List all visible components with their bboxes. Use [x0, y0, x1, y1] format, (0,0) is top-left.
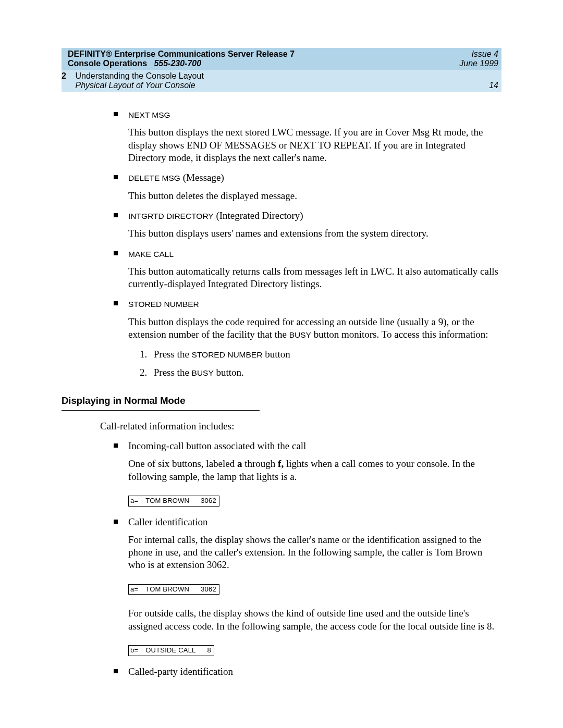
page-number: 14	[489, 81, 498, 90]
display-prefix: a=	[130, 585, 138, 593]
term-label: STORED NUMBER	[128, 300, 199, 309]
page-header: DEFINITY® Enterprise Communications Serv…	[62, 48, 501, 92]
list-item: Incoming-call button associated with the…	[114, 440, 501, 452]
bullet-term: MAKE CALL	[114, 248, 501, 260]
issue-date: June 1999	[434, 59, 498, 68]
inline-button-name: STORED NUMBER	[192, 350, 263, 359]
display-text: OUTSIDE CALL	[145, 646, 195, 654]
step-number: 2.	[140, 366, 151, 379]
term-body: This button deletes the displayed messag…	[114, 190, 501, 202]
list-item-body: One of six buttons, labeled a through f,…	[114, 458, 501, 483]
step-list: 1. Press the STORED NUMBER button2. Pres…	[140, 348, 501, 379]
list-item-body: For outside calls, the display shows the…	[114, 607, 501, 633]
display-prefix: a=	[130, 497, 138, 504]
term-body: This button displays users' names and ex…	[114, 227, 501, 240]
term-label: NEXT MSG	[128, 110, 170, 119]
list-item: Called-party identification	[114, 665, 501, 678]
display-suffix: 3062	[201, 497, 216, 504]
bullet-term: INTGRTD DIRECTORY (Integrated Directory)	[114, 209, 501, 222]
bullet-term: STORED NUMBER	[114, 298, 501, 310]
chapter-title: Understanding the Console Layout	[75, 71, 203, 80]
term-label: MAKE CALL	[128, 250, 174, 258]
definition-list: NEXT MSGThis button displays the next st…	[114, 108, 501, 379]
term-body: This button displays the next stored LWC…	[114, 126, 501, 164]
doc-number: 555-230-700	[154, 59, 201, 68]
term-extra: (Integrated Directory)	[214, 210, 303, 221]
bullet-term: DELETE MSG (Message)	[114, 171, 501, 184]
step-number: 1.	[140, 348, 151, 361]
doc-subtitle: Console Operations	[68, 59, 147, 68]
display-prefix: b=	[130, 646, 138, 654]
term-extra: (Message)	[180, 172, 224, 183]
bullet-term: NEXT MSG	[114, 108, 501, 121]
list-item: Caller identification	[114, 516, 501, 528]
term-body: This button displays the code required f…	[114, 316, 501, 341]
list-item-body: For internal calls, the display shows th…	[114, 534, 501, 572]
term-label: DELETE MSG	[128, 174, 180, 182]
section-heading: Displaying in Normal Mode	[62, 394, 260, 410]
console-display-sample: a=TOM BROWN3062	[128, 496, 219, 507]
step-item: 2. Press the BUSY button.	[140, 366, 501, 379]
body-content: NEXT MSGThis button displays the next st…	[62, 92, 501, 678]
chapter-number: 2	[62, 71, 73, 81]
console-display-sample: b=OUTSIDE CALL8	[128, 645, 214, 656]
doc-title: DEFINITY® Enterprise Communications Serv…	[68, 50, 427, 59]
inline-button-name: BUSY	[289, 330, 311, 339]
page: DEFINITY® Enterprise Communications Serv…	[0, 0, 563, 678]
section-rule	[62, 410, 260, 411]
step-item: 1. Press the STORED NUMBER button	[140, 348, 501, 361]
section-intro: Call-related information includes:	[100, 420, 501, 433]
section2-list: Incoming-call button associated with the…	[114, 440, 501, 678]
display-suffix: 3062	[201, 585, 216, 593]
inline-button-name: BUSY	[192, 368, 214, 377]
console-display-sample: a=TOM BROWN3062	[128, 584, 219, 595]
issue-label: Issue 4	[434, 50, 498, 59]
term-body: This button automatically returns calls …	[114, 265, 501, 291]
display-text: TOM BROWN	[145, 497, 189, 504]
section-title: Physical Layout of Your Console	[75, 81, 195, 90]
display-suffix: 8	[207, 646, 211, 654]
display-text: TOM BROWN	[145, 585, 189, 593]
section-heading-block: Displaying in Normal Mode	[62, 394, 260, 411]
term-label: INTGRTD DIRECTORY	[128, 212, 214, 220]
